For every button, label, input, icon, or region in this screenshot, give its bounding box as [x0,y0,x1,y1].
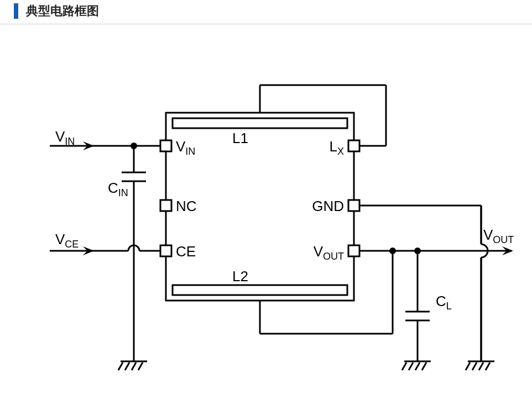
l2-label: L2 [232,268,248,285]
pin-ce-pad [160,245,171,256]
pin-vout-pad [348,245,359,256]
section-title: 典型电路框图 [26,3,99,19]
cin-label: CIN [108,180,128,198]
l1-label: L1 [232,130,248,146]
pin-nc-pad [160,200,171,211]
pin-gnd-label: GND [312,198,344,214]
section-header: 典型电路框图 [0,0,532,24]
circuit-diagram: L1 L2 VIN NC CE LX GND VOUT VIN VCE CIN [0,24,532,389]
svg-line-26 [409,362,413,370]
svg-line-19 [472,362,477,370]
svg-line-18 [466,362,470,370]
svg-line-5 [118,362,123,370]
svg-line-7 [132,362,136,370]
header-accent-bar [14,3,18,19]
inductor-l1 [173,118,347,128]
svg-line-27 [415,362,420,370]
pin-lx-label: LX [330,138,344,157]
pin-lx-pad [348,140,359,151]
svg-line-25 [402,362,406,370]
svg-line-28 [422,362,426,370]
svg-line-21 [486,362,490,370]
vin-ext-label: VIN [55,128,75,147]
pin-vout-label: VOUT [314,243,344,262]
pin-nc-label: NC [176,198,197,214]
pin-gnd-pad [348,200,359,211]
pin-vin-label: VIN [176,138,195,157]
vce-ext-label: VCE [55,231,79,250]
inductor-l2 [173,285,347,295]
pin-ce-label: CE [176,243,196,260]
pin-vin-pad [160,140,171,151]
vout-ext-label: VOUT [483,227,514,245]
cl-label: CL [436,293,452,312]
svg-line-6 [125,362,129,370]
svg-line-8 [138,362,143,370]
svg-line-20 [479,362,483,370]
